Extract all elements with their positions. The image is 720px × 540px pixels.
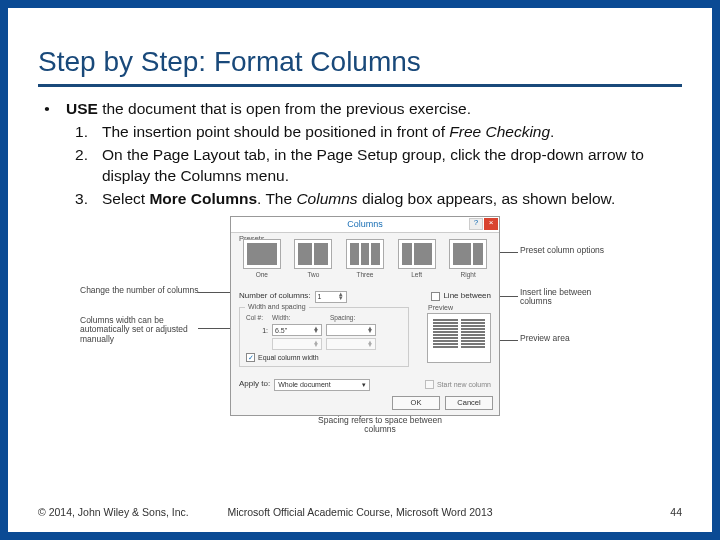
callout-preview: Preview area	[520, 334, 610, 344]
callout-spacing: Spacing refers to space between columns	[310, 416, 450, 436]
ws-group-title: Width and spacing	[245, 302, 309, 311]
step-number: 2.	[66, 145, 88, 187]
preset-three[interactable]: Three	[342, 239, 388, 285]
lead-text: USE the document that is open from the p…	[66, 99, 471, 120]
width-spacing-group: Width and spacing Col #: Width: Spacing:…	[239, 307, 409, 367]
close-icon[interactable]: ×	[484, 218, 498, 230]
preset-left[interactable]: Left	[394, 239, 440, 285]
lead-bullet: • USE the document that is open from the…	[38, 99, 682, 120]
ws-row-2: ▲▼ ▲▼	[240, 337, 408, 351]
equal-width-checkbox[interactable]: ✓ Equal column width	[246, 353, 319, 362]
presets-row: One Two Three Left	[239, 239, 491, 285]
lead-rest: the document that is open from the previ…	[98, 100, 471, 117]
preset-one[interactable]: One	[239, 239, 285, 285]
callout-col-width: Columns width can be automatically set o…	[80, 316, 200, 345]
preset-right-icon	[449, 239, 487, 269]
callout-line	[498, 340, 518, 341]
num-columns-stepper[interactable]: 1 ▲▼	[315, 291, 347, 303]
dialog-help-button[interactable]: ?	[469, 218, 483, 230]
callout-line	[498, 252, 518, 253]
slide-body: • USE the document that is open from the…	[38, 99, 682, 428]
step-3: 3. Select More Columns. The Columns dial…	[66, 189, 682, 210]
preset-two[interactable]: Two	[291, 239, 337, 285]
callout-line	[498, 296, 518, 297]
preview-area	[427, 313, 491, 363]
slide: Step by Step: Format Columns • USE the d…	[8, 8, 712, 532]
line-between-checkbox[interactable]: Line between	[431, 291, 491, 302]
dialog-title: Columns	[347, 218, 383, 230]
columns-dialog-figure: Change the number of columns Columns wid…	[80, 216, 640, 428]
num-columns-label: Number of columns:	[239, 291, 311, 302]
preset-two-icon	[294, 239, 332, 269]
step-text: On the Page Layout tab, in the Page Setu…	[102, 145, 682, 187]
columns-dialog: Columns ? × Presets One Two	[230, 216, 500, 416]
dialog-buttons: OK Cancel	[392, 396, 493, 410]
steps-list: 1. The insertion point should be positio…	[66, 122, 682, 210]
checkbox-icon	[425, 380, 434, 389]
ws-row-1: 1: 6.5"▲▼ ▲▼	[240, 323, 408, 337]
slide-title: Step by Step: Format Columns	[38, 46, 682, 87]
callout-line-between: Insert line between columns	[520, 288, 620, 308]
preset-left-icon	[398, 239, 436, 269]
ok-button[interactable]: OK	[392, 396, 440, 410]
step-number: 3.	[66, 189, 88, 210]
preset-one-icon	[243, 239, 281, 269]
cancel-button[interactable]: Cancel	[445, 396, 493, 410]
spacing-stepper-disabled: ▲▼	[326, 338, 376, 350]
width-stepper[interactable]: 6.5"▲▼	[272, 324, 322, 336]
lead-bold: USE	[66, 100, 98, 117]
checkbox-icon: ✓	[246, 353, 255, 362]
spacing-stepper[interactable]: ▲▼	[326, 324, 376, 336]
step-1: 1. The insertion point should be positio…	[66, 122, 682, 143]
apply-to-dropdown[interactable]: Whole document ▾	[274, 379, 370, 391]
footer-center: Microsoft Official Academic Course, Micr…	[38, 506, 682, 518]
slide-footer: © 2014, John Wiley & Sons, Inc. Microsof…	[38, 506, 682, 518]
apply-to-row: Apply to: Whole document ▾ Start new col…	[239, 379, 491, 391]
step-text: The insertion point should be positioned…	[102, 122, 554, 143]
spinner-arrows-icon: ▲▼	[338, 293, 344, 300]
spinner-arrows-icon: ▲▼	[367, 327, 373, 334]
preview-label: Preview	[428, 303, 453, 312]
chevron-down-icon: ▾	[362, 380, 366, 389]
step-text: Select More Columns. The Columns dialog …	[102, 189, 615, 210]
preset-right[interactable]: Right	[445, 239, 491, 285]
callout-presets: Preset column options	[520, 246, 610, 256]
checkbox-icon	[431, 292, 440, 301]
width-stepper-disabled: ▲▼	[272, 338, 322, 350]
apply-to-label: Apply to:	[239, 379, 270, 390]
bullet-dot-icon: •	[38, 99, 56, 120]
step-number: 1.	[66, 122, 88, 143]
start-new-column-checkbox: Start new column	[425, 380, 491, 389]
preset-three-icon	[346, 239, 384, 269]
dialog-titlebar: Columns ? ×	[231, 217, 499, 233]
callout-num-columns: Change the number of columns	[80, 286, 200, 296]
spinner-arrows-icon: ▲▼	[313, 327, 319, 334]
step-2: 2. On the Page Layout tab, in the Page S…	[66, 145, 682, 187]
